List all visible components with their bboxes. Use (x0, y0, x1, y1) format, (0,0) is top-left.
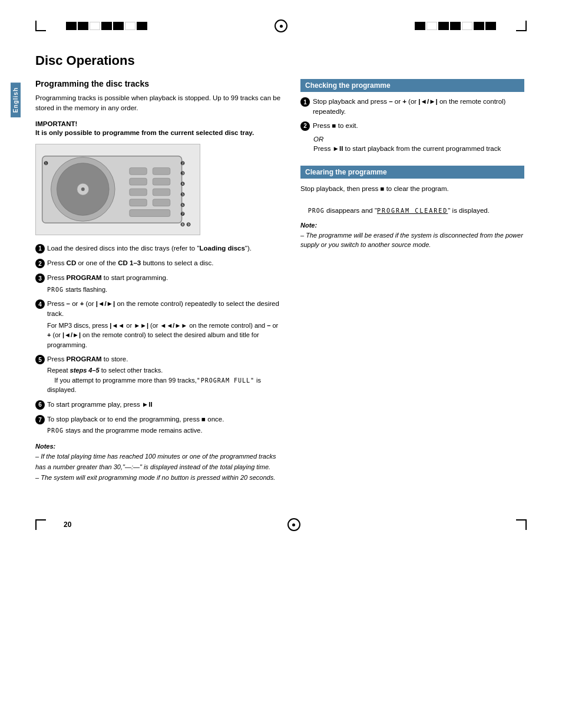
checking-step-text-1: Stop playback and press – or + (or |◄/►|… (313, 97, 524, 117)
corner-mark-tr (516, 21, 527, 31)
reg-target-top (275, 19, 287, 32)
reg-box (113, 22, 124, 30)
step-num-5: 5 (35, 355, 45, 364)
checking-step-num-1: 1 (300, 97, 310, 107)
svg-text:❹: ❹ (180, 181, 185, 187)
svg-point-4 (81, 187, 85, 191)
checking-step-1: 1 Stop playback and press – or + (or |◄/… (300, 97, 524, 117)
step-2: 2 Press CD or one of the CD 1–3 buttons … (35, 258, 283, 268)
step-1: 1 Load the desired discs into the disc t… (35, 243, 283, 253)
bottom-left: 20 (35, 519, 71, 530)
note-1: – If the total playing time has reached … (35, 453, 276, 470)
clearing-section: Clearing the programme Stop playback, th… (300, 166, 524, 250)
svg-rect-7 (130, 178, 147, 185)
step-num-1: 1 (35, 244, 45, 253)
reg-marks-left (35, 21, 147, 31)
svg-text:❸: ❸ (180, 170, 185, 176)
svg-rect-10 (153, 189, 170, 196)
reg-target-bottom (287, 518, 300, 531)
step-4: 4 Press – or + (or |◄/►| on the remote c… (35, 299, 283, 350)
checking-subtext: Press ►II to start playback from the cur… (313, 144, 524, 154)
bottom-right (516, 519, 527, 530)
reg-box (90, 22, 100, 30)
svg-rect-12 (153, 199, 170, 206)
reg-box (137, 22, 147, 30)
step-content-7: To stop playback or to end the programmi… (47, 414, 283, 436)
notes-section: Notes: – If the total playing time has r… (35, 442, 283, 483)
reg-box (450, 22, 461, 30)
clearing-section-box: Clearing the programme (300, 166, 524, 179)
reg-box (101, 22, 112, 30)
step-content-2: Press CD or one of the CD 1–3 buttons to… (47, 258, 283, 268)
clearing-note: Note: – The programme will be erased if … (300, 220, 524, 250)
svg-rect-11 (130, 199, 147, 206)
reg-box (485, 22, 496, 30)
step-5: 5 Press PROGRAM to store. Repeat steps 4… (35, 354, 283, 395)
step-num-2: 2 (35, 259, 45, 268)
checking-section: Checking the programme 1 Stop playback a… (300, 79, 524, 154)
step-content-6: To start programme play, press ►II (47, 400, 283, 410)
reg-box (462, 22, 472, 30)
step-3: 3 Press PROGRAM to start programming. PR… (35, 273, 283, 294)
page-number: 20 (64, 521, 71, 529)
reg-strip-right (415, 22, 496, 30)
steps-list: 1 Load the desired discs into the disc t… (35, 243, 283, 436)
left-column: Programming the disc tracks Programming … (35, 79, 283, 483)
step-7: 7 To stop playback or to end the program… (35, 414, 283, 436)
main-content: Disc Operations Programming the disc tra… (0, 41, 562, 506)
cd-player-image: ❷ ❸ ❹ ❺ ❻ ❼ ❽ ❾ ❶ (35, 144, 200, 235)
checking-step-text-2: Press ■ to exit. (313, 121, 358, 131)
reg-box (427, 22, 437, 30)
notes-title: Notes: (35, 443, 55, 450)
checking-step-2: 2 Press ■ to exit. (300, 121, 524, 131)
section-heading-programming: Programming the disc tracks (35, 79, 283, 88)
reg-box (66, 22, 77, 30)
step-content-1: Load the desired discs into the disc tra… (47, 243, 283, 253)
step-num-4: 4 (35, 299, 45, 309)
checking-steps: 1 Stop playback and press – or + (or |◄/… (300, 97, 524, 131)
reg-box (474, 22, 484, 30)
svg-rect-9 (130, 189, 147, 196)
corner-mark-tl (35, 21, 46, 31)
important-label: IMPORTANT! (35, 120, 77, 127)
clearing-text: Stop playback, then press ■ to clear the… (300, 183, 524, 216)
clearing-note-text: – The programme will be erased if the sy… (300, 232, 523, 249)
right-column: Checking the programme 1 Stop playback a… (300, 79, 524, 483)
reg-box (438, 22, 449, 30)
svg-text:❶: ❶ (44, 160, 48, 166)
svg-rect-6 (153, 167, 170, 174)
reg-box (125, 22, 135, 30)
intro-text: Programming tracks is possible when play… (35, 93, 283, 114)
important-box: IMPORTANT! It is only possible to progra… (35, 120, 283, 138)
corner-mark-br (516, 519, 527, 530)
page-title: Disc Operations (35, 53, 527, 68)
reg-target-bottom-inner (292, 523, 295, 526)
two-col-layout: Programming the disc tracks Programming … (35, 79, 527, 483)
svg-rect-5 (130, 167, 147, 174)
step-num-7: 7 (35, 415, 45, 424)
page: English (0, 0, 562, 728)
reg-strip-left (66, 22, 147, 30)
reg-box (415, 22, 425, 30)
step-content-5: Press PROGRAM to store. Repeat steps 4–5… (47, 354, 283, 395)
reg-target-inner (280, 25, 283, 28)
step-content-4: Press – or + (or |◄/►| on the remote con… (47, 299, 283, 350)
svg-rect-8 (153, 178, 170, 185)
svg-text:❻: ❻ (180, 202, 185, 207)
step-num-6: 6 (35, 400, 45, 410)
bottom-bar: 20 (0, 518, 562, 531)
top-bar (0, 0, 562, 41)
reg-marks-right (415, 21, 527, 31)
important-text: It is only possible to programme from th… (35, 129, 254, 136)
svg-text:❺: ❺ (180, 192, 185, 197)
svg-rect-13 (130, 209, 170, 216)
checking-step-num-2: 2 (300, 121, 310, 131)
step-6: 6 To start programme play, press ►II (35, 400, 283, 410)
svg-text:❽ ❾: ❽ ❾ (180, 222, 191, 228)
svg-text:❼: ❼ (180, 211, 185, 217)
corner-mark-bl (35, 519, 46, 530)
checking-section-box: Checking the programme (300, 79, 524, 92)
svg-text:❷: ❷ (180, 160, 185, 166)
reg-box (78, 22, 88, 30)
or-text: OR (313, 136, 524, 143)
